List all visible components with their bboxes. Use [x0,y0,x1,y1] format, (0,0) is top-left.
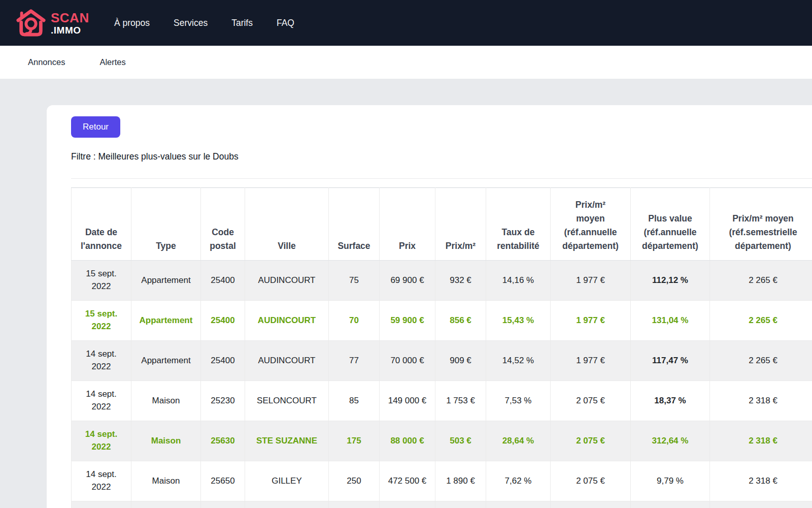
table-header: Date de l'annonceTypeCode postalVilleSur… [72,188,812,261]
filter-text: Filtre : Meilleures plus-values sur le D… [71,151,812,162]
nav-link-faq[interactable]: FAQ [277,18,294,28]
table-cell [551,501,631,508]
table-cell [631,501,710,508]
table-cell: 14 sept. 2022 [72,461,131,501]
table-cell [380,501,435,508]
table-cell: 69 900 € [380,261,435,301]
table-cell [329,501,380,508]
table-row[interactable]: 15 sept. 2022Appartement25400AUDINCOURT7… [72,261,812,301]
table-cell: Maison [131,421,201,461]
table-cell: 28,64 % [486,421,551,461]
table-cell: 472 500 € [380,461,435,501]
table-cell: 70 [329,301,380,341]
nav-link-a-propos[interactable]: À propos [114,18,150,28]
table-cell: Maison [131,381,201,421]
subnav-link-alertes[interactable]: Alertes [99,57,125,67]
secondary-navbar: AnnoncesAlertes [0,46,812,79]
table-cell: AUDINCOURT [245,261,329,301]
table-cell: 77 [329,341,380,381]
table-cell: Appartement [131,341,201,381]
table-cell: 250 [329,461,380,501]
table-cell: Appartement [131,301,201,341]
brand-name: SCAN .IMMO [51,11,89,35]
nav-link-tarifs[interactable]: Tarifs [231,18,253,28]
column-header: Ville [245,188,329,261]
table-cell: 2 075 € [551,421,631,461]
subnav-link-annonces[interactable]: Annonces [28,57,65,67]
table-cell: 9,79 % [631,461,710,501]
table-cell: 15,43 % [486,301,551,341]
table-cell: 2 265 € [710,261,812,301]
column-header: Taux de rentabilité [486,188,551,261]
table-cell: 14 sept. 2022 [72,421,131,461]
table-cell: 312,64 % [631,421,710,461]
table-cell: AUDINCOURT [245,301,329,341]
table-cell: 2 075 € [551,461,631,501]
table-body: 15 sept. 2022Appartement25400AUDINCOURT7… [72,261,812,508]
table-row[interactable]: 14 sept. 2022Maison25650GILLEY250472 500… [72,461,812,501]
content-card: Retour Filtre : Meilleures plus-values s… [47,105,812,508]
table-cell [245,501,329,508]
table-cell: 1 977 € [551,301,631,341]
table-cell: 2 318 € [710,381,812,421]
table-cell: 2 318 € [710,421,812,461]
column-header: Code postal [201,188,245,261]
table-cell: 1 890 € [435,461,486,501]
table-header-row: Date de l'annonceTypeCode postalVilleSur… [72,188,812,261]
table-cell: 1 753 € [435,381,486,421]
table-cell [201,501,245,508]
table-cell: 117,47 % [631,341,710,381]
table-cell: SELONCOURT [245,381,329,421]
table-cell: 75 [329,261,380,301]
table-cell: 149 000 € [380,381,435,421]
table-cell: 88 000 € [380,421,435,461]
table-cell [131,501,201,508]
table-cell: 131,04 % [631,301,710,341]
divider [71,178,812,179]
table-row[interactable]: 14 sept. 2022Maison25230SELONCOURT85149 … [72,381,812,421]
table-cell: 14 sept. 2022 [72,341,131,381]
table-row[interactable]: 14 sept. 2022Appartement25400AUDINCOURT7… [72,341,812,381]
table-cell: 59 900 € [380,301,435,341]
table-cell: 7,62 % [486,461,551,501]
table-cell: 112,12 % [631,261,710,301]
table-cell: GILLEY [245,461,329,501]
column-header: Prix/m² moyen (réf.annuelle département) [551,188,631,261]
table-cell [710,501,812,508]
table-cell: 85 [329,381,380,421]
house-magnifier-icon [15,7,47,39]
table-cell: 2 265 € [710,341,812,381]
table-cell: 909 € [435,341,486,381]
table-cell: 25400 [201,301,245,341]
table-cell: 25400 [201,261,245,301]
table-row[interactable]: 15 sept. 2022Appartement25400AUDINCOURT7… [72,301,812,341]
retour-button[interactable]: Retour [71,116,120,138]
table-row [72,501,812,508]
main-navbar: SCAN .IMMO À proposServicesTarifsFAQ [0,0,812,46]
table-cell: 18,37 % [631,381,710,421]
table-cell [435,501,486,508]
column-header: Surface [329,188,380,261]
brand-logo[interactable]: SCAN .IMMO [15,7,91,39]
table-cell: 14,52 % [486,341,551,381]
table-cell: 856 € [435,301,486,341]
table-cell: 503 € [435,421,486,461]
table-cell: 15 sept. 2022 [72,301,131,341]
table-cell: AUDINCOURT [245,341,329,381]
table-cell: 1 977 € [551,261,631,301]
table-cell: 14,16 % [486,261,551,301]
table-cell: 1 977 € [551,341,631,381]
main-nav-links: À proposServicesTarifsFAQ [114,18,294,28]
column-header: Type [131,188,201,261]
table-cell: 175 [329,421,380,461]
column-header: Plus value (réf.annuelle département) [631,188,710,261]
table-row[interactable]: 14 sept. 2022Maison25630STE SUZANNE17588… [72,421,812,461]
table-cell: 25650 [201,461,245,501]
nav-link-services[interactable]: Services [174,18,208,28]
table-cell: Appartement [131,261,201,301]
table-cell: STE SUZANNE [245,421,329,461]
column-header: Prix/m² moyen (réf.semestrielle départem… [710,188,812,261]
table-cell: 2 075 € [551,381,631,421]
table-cell: 25630 [201,421,245,461]
brand-name-top: SCAN [51,11,89,24]
